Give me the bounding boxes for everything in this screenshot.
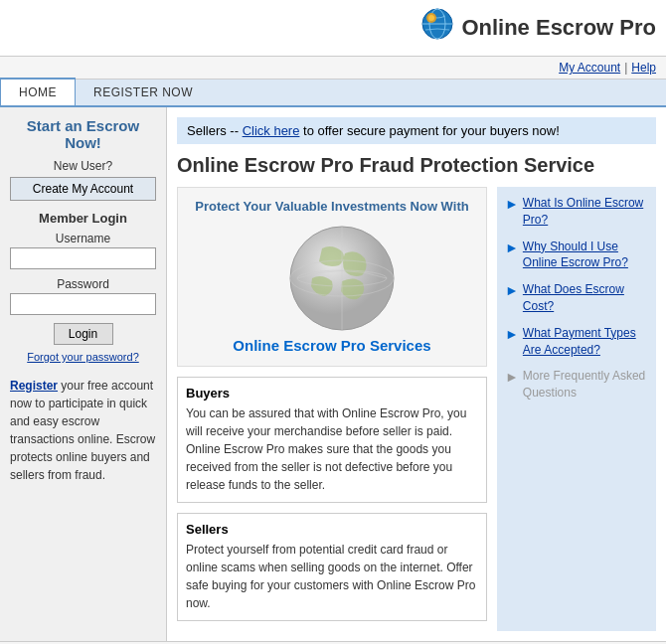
help-link[interactable]: Help (631, 61, 656, 75)
sellers-title: Sellers (186, 522, 478, 537)
sellers-info-box: Sellers Protect yourself from potential … (177, 513, 487, 621)
faq-link-4[interactable]: What Payment Types Are Accepted? (523, 325, 648, 359)
faq-link-5: More Frequently Asked Questions (523, 368, 648, 402)
login-button[interactable]: Login (54, 323, 113, 345)
globe-promo-box: Protect Your Valuable Investments Now Wi… (177, 187, 487, 367)
sellers-bar-prefix: Sellers -- (187, 123, 243, 138)
tab-register[interactable]: REGISTER NOW (76, 80, 211, 105)
sellers-bar-suffix: to offer secure payment for your buyers … (299, 123, 559, 138)
username-label: Username (10, 232, 156, 245)
faq-item-2: ► Why Should I Use Online Escrow Pro? (505, 239, 648, 272)
buyers-info-box: Buyers You can be assured that with Onli… (177, 377, 487, 503)
faq-item-4: ► What Payment Types Are Accepted? (505, 325, 648, 359)
main-layout: Start an Escrow Now! New User? Create My… (0, 107, 666, 641)
sellers-banner: Sellers -- Click here to offer secure pa… (177, 117, 656, 144)
logo-icon (421, 8, 453, 40)
faq-arrow-3: ► (505, 282, 519, 298)
sellers-bar-link[interactable]: Click here (243, 123, 300, 138)
buyers-text: You can be assured that with Online Escr… (186, 404, 478, 494)
buyers-title: Buyers (186, 386, 478, 401)
top-navigation: My Account | Help (0, 57, 666, 80)
nav-tabs: HOME REGISTER NOW (0, 80, 666, 107)
site-title: Online Escrow Pro (461, 15, 656, 41)
register-promo-suffix: your free account now to participate in … (10, 379, 155, 482)
main-content: Sellers -- Click here to offer secure pa… (167, 107, 666, 641)
member-login-label: Member Login (10, 211, 156, 226)
faq-arrow-2: ► (505, 240, 519, 255)
forgot-password-link[interactable]: Forgot your password? (10, 351, 156, 363)
password-label: Password (10, 277, 156, 291)
sellers-text: Protect yourself from potential credit c… (186, 541, 478, 612)
password-input[interactable] (10, 293, 156, 315)
center-column: Protect Your Valuable Investments Now Wi… (177, 187, 487, 631)
svg-point-4 (428, 15, 434, 21)
content-inner: Protect Your Valuable Investments Now Wi… (177, 187, 656, 631)
new-user-label: New User? (10, 159, 156, 173)
username-input[interactable] (10, 247, 156, 269)
right-column: ► What Is Online Escrow Pro? ► Why Shoul… (497, 187, 656, 631)
register-link[interactable]: Register (10, 379, 58, 393)
faq-item-1: ► What Is Online Escrow Pro? (505, 195, 648, 229)
page-title: Online Escrow Pro Fraud Protection Servi… (177, 154, 656, 177)
sidebar: Start an Escrow Now! New User? Create My… (0, 107, 167, 641)
brand-text: Online Escrow Pro Services (188, 336, 476, 356)
faq-arrow-1: ► (505, 196, 519, 212)
faq-item-3: ► What Does Escrow Cost? (505, 281, 648, 315)
protect-text: Protect Your Valuable Investments Now Wi… (188, 198, 476, 216)
register-promo-text: Register your free account now to partic… (10, 377, 156, 484)
tab-home[interactable]: HOME (0, 78, 76, 105)
faq-link-3[interactable]: What Does Escrow Cost? (523, 281, 648, 315)
my-account-link[interactable]: My Account (559, 61, 620, 75)
faq-link-2[interactable]: Why Should I Use Online Escrow Pro? (523, 239, 648, 272)
faq-arrow-5: ► (505, 369, 519, 385)
globe-illustration (267, 224, 397, 333)
nav-separator: | (624, 61, 627, 75)
site-header: Online Escrow Pro (0, 0, 666, 57)
create-account-button[interactable]: Create My Account (10, 177, 156, 201)
start-escrow-title: Start an Escrow Now! (10, 117, 156, 151)
faq-arrow-4: ► (505, 326, 519, 342)
faq-item-5: ► More Frequently Asked Questions (505, 368, 648, 402)
faq-link-1[interactable]: What Is Online Escrow Pro? (523, 195, 648, 229)
